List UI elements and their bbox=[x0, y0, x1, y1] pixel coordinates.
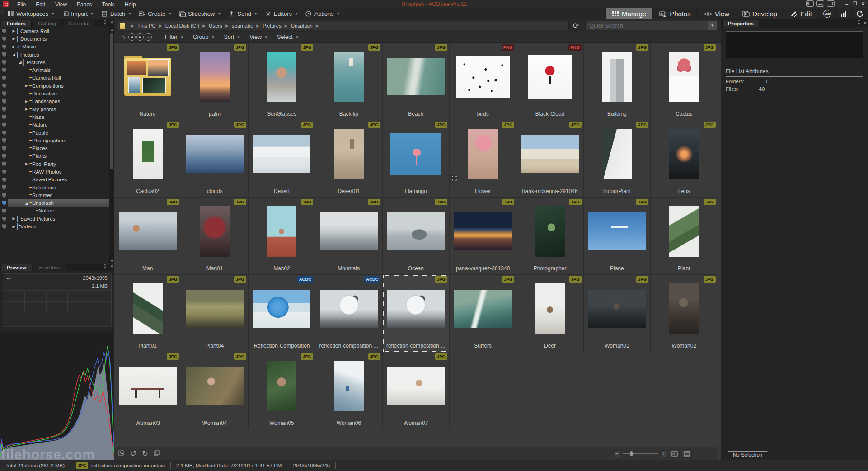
tree-item-summer[interactable]: Summer bbox=[0, 191, 114, 199]
tree-item-camera-roll[interactable]: Camera Roll bbox=[0, 74, 114, 82]
file-item-flower[interactable]: JPGFlower bbox=[450, 120, 516, 198]
breadcrumb-local-disk-c-[interactable]: Local Disk (C:) bbox=[165, 23, 199, 28]
file-item-reflection-composition[interactable]: ACDCReflection-Composition bbox=[249, 275, 315, 352]
expander-down-icon[interactable]: ◢ bbox=[11, 52, 17, 57]
quick-search[interactable]: ▼ bbox=[585, 21, 717, 30]
tab-preview[interactable]: Preview bbox=[1, 264, 32, 271]
tree-item-camera-roll[interactable]: ▶Camera Roll bbox=[0, 27, 114, 35]
folder-tree-scrollbar[interactable]: ▲ ▼ bbox=[109, 27, 114, 264]
thumbnail-view-button[interactable] bbox=[670, 449, 680, 458]
tab-folders[interactable]: Folders bbox=[1, 20, 32, 27]
home-icon[interactable]: ⌂ bbox=[119, 33, 127, 42]
file-item-surfers[interactable]: JPGSurfers bbox=[450, 275, 516, 352]
search-dropdown-icon[interactable]: ▼ bbox=[708, 21, 717, 30]
file-item-plant04[interactable]: JPGPlant04 bbox=[181, 275, 248, 352]
close-icon[interactable]: × bbox=[110, 264, 113, 269]
tree-item-music[interactable]: ▶♪Music bbox=[0, 43, 114, 51]
toggle-bottom-pane-icon[interactable] bbox=[816, 0, 824, 7]
zoom-in-button[interactable]: + bbox=[660, 450, 667, 457]
save-image-icon[interactable] bbox=[117, 449, 126, 457]
breadcrumb-users[interactable]: Users bbox=[209, 23, 222, 28]
tree-item-landscapes[interactable]: ▶Landscapes bbox=[0, 98, 114, 105]
menu-file[interactable]: File bbox=[12, 1, 31, 8]
refresh-icon[interactable]: ⟳ bbox=[569, 21, 582, 30]
tree-item-saved-pictures[interactable]: Saved Pictures bbox=[0, 176, 114, 184]
file-item-man02[interactable]: JPGMan02 bbox=[249, 198, 315, 275]
nav-select-dropdown[interactable]: Select▼ bbox=[272, 32, 304, 43]
expander-right-icon[interactable]: ▶ bbox=[11, 29, 17, 33]
nav-sort-dropdown[interactable]: Sort▼ bbox=[219, 32, 245, 43]
tree-item-selections[interactable]: Selections bbox=[0, 184, 114, 191]
menu-edit[interactable]: Edit bbox=[31, 1, 50, 8]
expander-right-icon[interactable]: ▶ bbox=[11, 217, 17, 221]
mode-tab-view[interactable]: View bbox=[697, 8, 736, 19]
file-item-clouds[interactable]: JPGclouds bbox=[181, 120, 248, 198]
nav-group-dropdown[interactable]: Group▼ bbox=[188, 32, 220, 43]
undo-icon[interactable]: ↺ bbox=[129, 449, 138, 457]
tree-item-photographers[interactable]: Photographers bbox=[0, 137, 114, 144]
toolbar-actions[interactable]: Actions▼ bbox=[302, 8, 344, 19]
menu-help[interactable]: Help bbox=[120, 1, 141, 8]
tree-item-pictures[interactable]: ◢Pictures bbox=[0, 51, 114, 58]
file-item-building[interactable]: JPGBuilding bbox=[584, 43, 651, 120]
tree-item-nature[interactable]: Nature bbox=[0, 207, 114, 215]
scroll-down-icon[interactable]: ▼ bbox=[109, 259, 114, 263]
file-item-man01[interactable]: JPGMan01 bbox=[181, 198, 248, 275]
redo-icon[interactable]: ↻ bbox=[141, 449, 150, 457]
file-item-nature[interactable]: JPGNature bbox=[114, 43, 181, 120]
expander-right-icon[interactable]: ▶ bbox=[23, 162, 29, 166]
tree-item-my-photos[interactable]: ▶My photos bbox=[0, 105, 114, 113]
toggle-right-pane-icon[interactable] bbox=[827, 0, 835, 7]
up-icon[interactable]: ▲ bbox=[145, 33, 152, 41]
tree-item-plants[interactable]: Plants bbox=[0, 152, 114, 160]
file-item-cactus[interactable]: JPGCactus bbox=[651, 43, 718, 120]
tree-item-saved-pictures[interactable]: ▶Saved Pictures bbox=[0, 215, 114, 222]
file-item-palm[interactable]: JPGpalm bbox=[181, 43, 248, 120]
file-item-woman05[interactable]: JPGWoman05 bbox=[249, 352, 315, 429]
file-item-lens[interactable]: JPGLens bbox=[651, 120, 718, 198]
mode-tab-develop[interactable]: Develop bbox=[736, 8, 784, 19]
file-item-cactus02[interactable]: JPGCactus02 bbox=[114, 120, 181, 198]
zoom-slider-handle[interactable] bbox=[630, 451, 633, 457]
toolbar-send[interactable]: Send▼ bbox=[225, 8, 261, 19]
tree-item-pool-party[interactable]: ▶Pool Party bbox=[0, 160, 114, 168]
mode-tab-manage[interactable]: Manage bbox=[605, 8, 652, 19]
nav-filter-dropdown[interactable]: Filter▼ bbox=[160, 32, 188, 43]
close-icon[interactable]: × bbox=[110, 20, 113, 25]
file-item-indoorplant[interactable]: JPGIndoorPlant bbox=[584, 120, 651, 198]
toolbar-import[interactable]: Import▼ bbox=[58, 8, 98, 19]
file-item-plane[interactable]: JPGPlane bbox=[584, 198, 651, 275]
tab-catalog[interactable]: Catalog bbox=[33, 20, 62, 27]
pin-icon[interactable] bbox=[103, 264, 107, 269]
toolbar-editors[interactable]: Editors▼ bbox=[261, 8, 302, 19]
expander-right-icon[interactable]: ▶ bbox=[23, 107, 29, 111]
tab-properties[interactable]: Properties bbox=[722, 20, 760, 27]
file-item-black-cloud[interactable]: PNGBlack-Cloud bbox=[516, 43, 583, 120]
tree-item-nature[interactable]: Nature bbox=[0, 121, 114, 129]
expander-right-icon[interactable]: ▶ bbox=[11, 45, 17, 49]
tree-item-documents[interactable]: ▶Documents bbox=[0, 35, 114, 42]
file-item-woman06[interactable]: JPGWoman06 bbox=[315, 352, 382, 429]
file-item-beach[interactable]: JPGBeach bbox=[383, 43, 450, 120]
tree-item-places[interactable]: Places bbox=[0, 144, 114, 152]
nav-view-dropdown[interactable]: View▼ bbox=[245, 32, 272, 43]
tree-item-animals[interactable]: Animals bbox=[0, 66, 114, 74]
file-item-mountain[interactable]: JPGMountain bbox=[315, 198, 382, 275]
tree-item-decorative[interactable]: Decorative bbox=[0, 89, 114, 97]
pin-icon[interactable] bbox=[857, 20, 861, 25]
menu-view[interactable]: View bbox=[50, 1, 72, 8]
scrollbar-thumb[interactable] bbox=[110, 33, 113, 169]
toggle-left-pane-icon[interactable] bbox=[806, 0, 814, 7]
scroll-up-icon[interactable]: ▲ bbox=[109, 28, 114, 31]
file-item-woman02[interactable]: JPGWoman02 bbox=[651, 275, 718, 352]
restore-button[interactable]: ❐ bbox=[852, 0, 858, 7]
file-item-desert[interactable]: JPGDesert bbox=[249, 120, 315, 198]
minimize-button[interactable]: – bbox=[844, 0, 850, 7]
file-item-deer[interactable]: JPGDeer bbox=[516, 275, 583, 352]
menu-panes[interactable]: Panes bbox=[72, 1, 97, 8]
tree-item-people[interactable]: People bbox=[0, 129, 114, 137]
file-item-frank-mckenna-291046[interactable]: JPGfrank-mckenna-291046 bbox=[516, 120, 583, 198]
file-item-flamingo[interactable]: JPGFlamingo bbox=[383, 120, 450, 198]
toolbar-create[interactable]: Create▼ bbox=[135, 8, 175, 19]
acdsee-365-icon[interactable]: 365 bbox=[818, 8, 835, 19]
